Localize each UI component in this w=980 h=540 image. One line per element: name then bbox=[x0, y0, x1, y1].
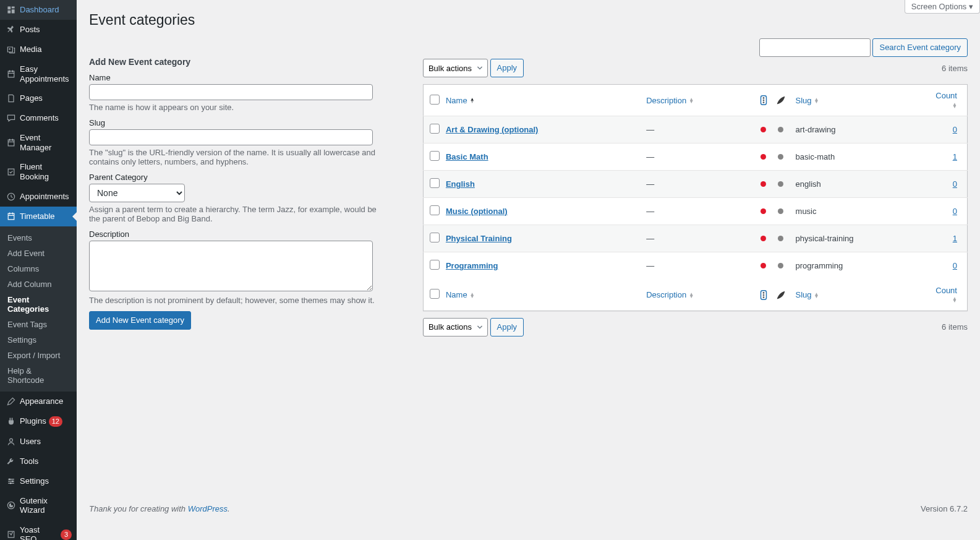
submenu-item-settings[interactable]: Settings bbox=[0, 332, 77, 348]
gutenix-icon bbox=[5, 500, 17, 510]
sidebar-item-label: Timetable bbox=[20, 212, 55, 221]
row-slug: physical-training bbox=[790, 225, 924, 252]
bulk-actions-top[interactable]: Bulk actions bbox=[423, 59, 488, 77]
calendar-icon bbox=[5, 69, 17, 79]
sidebar-item-comments[interactable]: Comments bbox=[0, 108, 77, 128]
row-name-link[interactable]: English bbox=[446, 179, 475, 189]
row-count-link[interactable]: 0 bbox=[953, 125, 957, 134]
sidebar-item-fluent-booking[interactable]: Fluent Booking bbox=[0, 157, 77, 186]
row-description: — bbox=[640, 198, 754, 225]
submenu-item-export-import[interactable]: Export / Import bbox=[0, 348, 77, 363]
quill-icon[interactable] bbox=[772, 85, 790, 116]
row-checkbox[interactable] bbox=[430, 205, 440, 215]
col-footer-slug[interactable]: Slug▲▼ bbox=[790, 280, 924, 311]
sidebar-item-yoast-seo[interactable]: Yoast SEO3 bbox=[0, 520, 77, 540]
row-checkbox[interactable] bbox=[430, 260, 440, 270]
row-name-link[interactable]: Music (optional) bbox=[446, 207, 508, 216]
sidebar-item-gutenix-wizard[interactable]: Gutenix Wizard bbox=[0, 491, 77, 520]
apply-button-top[interactable]: Apply bbox=[490, 59, 524, 77]
sidebar-item-easy-appointments[interactable]: Easy Appointments bbox=[0, 59, 77, 88]
sidebar-item-pages[interactable]: Pages bbox=[0, 88, 77, 108]
col-footer-name[interactable]: Name▲▼ bbox=[440, 280, 640, 311]
appoint-icon bbox=[5, 192, 17, 202]
comment-icon bbox=[5, 113, 17, 123]
col-footer-count[interactable]: Count▲▼ bbox=[924, 280, 967, 311]
description-field[interactable] bbox=[89, 241, 373, 291]
readability-indicator bbox=[755, 225, 772, 252]
sidebar-item-label: Users bbox=[20, 437, 41, 447]
row-name-link[interactable]: Basic Math bbox=[446, 152, 488, 161]
pin-icon bbox=[5, 25, 17, 35]
row-name-link[interactable]: Art & Drawing (optional) bbox=[446, 125, 539, 134]
sidebar-item-media[interactable]: Media bbox=[0, 40, 77, 59]
row-name-link[interactable]: Programming bbox=[446, 261, 498, 270]
table-row: English—english0 bbox=[423, 171, 967, 198]
col-header-description[interactable]: Description▲▼ bbox=[640, 85, 754, 116]
row-checkbox[interactable] bbox=[430, 178, 440, 188]
apply-button-bottom[interactable]: Apply bbox=[490, 318, 524, 336]
traffic-light-icon[interactable] bbox=[755, 280, 772, 311]
row-checkbox[interactable] bbox=[430, 124, 440, 134]
col-footer-description[interactable]: Description▲▼ bbox=[640, 280, 754, 311]
user-icon bbox=[5, 437, 17, 447]
row-count-link[interactable]: 0 bbox=[953, 261, 957, 270]
search-input[interactable] bbox=[759, 38, 871, 57]
svg-point-5 bbox=[10, 482, 11, 484]
slug-desc: The "slug" is the URL-friendly version o… bbox=[89, 148, 388, 166]
sidebar-item-settings[interactable]: Settings bbox=[0, 471, 77, 491]
sidebar-item-timetable[interactable]: Timetable bbox=[0, 207, 77, 226]
items-count-top: 6 items bbox=[942, 64, 968, 73]
col-header-count[interactable]: Count▲▼ bbox=[924, 85, 967, 116]
search-button[interactable]: Search Event category bbox=[872, 38, 968, 57]
screen-options-label: Screen Options bbox=[911, 2, 967, 11]
row-name-link[interactable]: Physical Training bbox=[446, 234, 512, 243]
col-header-name[interactable]: Name▲▼ bbox=[440, 85, 640, 116]
submenu-item-help-shortcode[interactable]: Help & Shortcode bbox=[0, 363, 77, 388]
name-field[interactable] bbox=[89, 84, 373, 100]
row-count-link[interactable]: 1 bbox=[953, 234, 957, 243]
traffic-light-icon[interactable] bbox=[755, 85, 772, 116]
quill-icon[interactable] bbox=[772, 280, 790, 311]
submenu-item-add-event[interactable]: Add Event bbox=[0, 246, 77, 261]
row-description: — bbox=[640, 171, 754, 198]
table-row: Basic Math—basic-math1 bbox=[423, 144, 967, 171]
sidebar-item-users[interactable]: Users bbox=[0, 432, 77, 452]
settings-icon bbox=[5, 476, 17, 486]
col-header-slug[interactable]: Slug▲▼ bbox=[790, 85, 924, 116]
sidebar-item-posts[interactable]: Posts bbox=[0, 20, 77, 40]
bulk-actions-bottom[interactable]: Bulk actions bbox=[423, 318, 488, 336]
submenu-item-events[interactable]: Events bbox=[0, 230, 77, 246]
sidebar-item-dashboard[interactable]: Dashboard bbox=[0, 0, 77, 20]
sidebar-item-event-manager[interactable]: Event Manager bbox=[0, 128, 77, 157]
table-row: Programming—programming0 bbox=[423, 252, 967, 280]
add-new-button[interactable]: Add New Event category bbox=[89, 311, 191, 330]
select-all-top[interactable] bbox=[430, 95, 440, 105]
submenu-item-event-categories[interactable]: Event Categories bbox=[0, 292, 77, 317]
submenu-item-event-tags[interactable]: Event Tags bbox=[0, 317, 77, 332]
screen-options-toggle[interactable]: Screen Options bbox=[905, 0, 980, 14]
row-checkbox[interactable] bbox=[430, 151, 440, 161]
select-all-bottom[interactable] bbox=[430, 289, 440, 299]
submenu-item-add-column[interactable]: Add Column bbox=[0, 276, 77, 292]
sidebar-item-plugins[interactable]: Plugins12 bbox=[0, 411, 77, 432]
svg-point-9 bbox=[762, 97, 764, 99]
footer-credit: Thank you for creating with WordPress. bbox=[89, 504, 230, 513]
slug-label: Slug bbox=[89, 118, 388, 127]
wordpress-link[interactable]: WordPress bbox=[188, 504, 228, 513]
row-checkbox[interactable] bbox=[430, 233, 440, 242]
row-count-link[interactable]: 0 bbox=[953, 179, 957, 189]
sidebar-item-tools[interactable]: Tools bbox=[0, 452, 77, 471]
row-count-link[interactable]: 0 bbox=[953, 207, 957, 216]
calendar-icon bbox=[5, 138, 17, 148]
calendar-icon bbox=[5, 212, 17, 221]
slug-field[interactable] bbox=[89, 129, 373, 145]
sidebar-item-appearance[interactable]: Appearance bbox=[0, 392, 77, 411]
table-row: Art & Drawing (optional)—art-drawing0 bbox=[423, 116, 967, 144]
submenu-item-columns[interactable]: Columns bbox=[0, 261, 77, 276]
svg-point-4 bbox=[12, 480, 13, 481]
sidebar-item-appointments[interactable]: Appointments bbox=[0, 187, 77, 207]
tool-icon bbox=[5, 456, 17, 466]
footer-version: Version 6.7.2 bbox=[921, 504, 968, 513]
parent-select[interactable]: None bbox=[89, 184, 185, 202]
row-count-link[interactable]: 1 bbox=[953, 152, 957, 161]
